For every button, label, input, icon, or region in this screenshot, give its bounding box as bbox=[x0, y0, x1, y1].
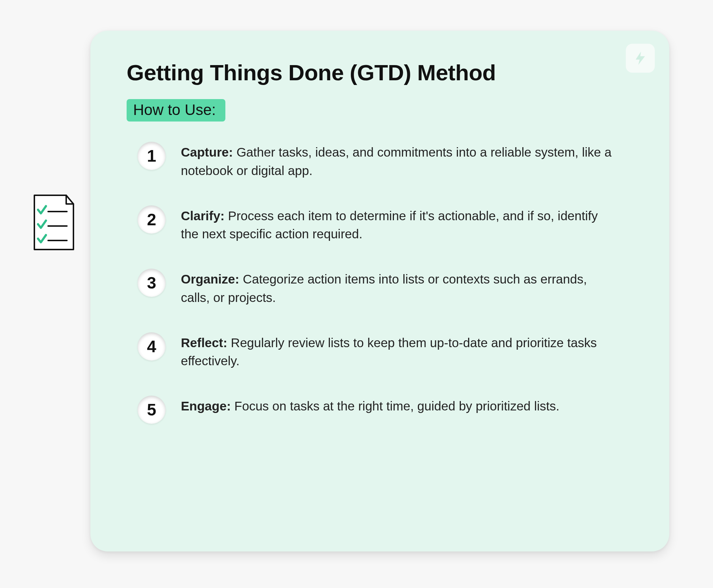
step-label: Engage: bbox=[181, 399, 231, 413]
step-number-badge: 3 bbox=[137, 269, 166, 297]
step-number-badge: 5 bbox=[137, 396, 166, 424]
step-text: Engage: Focus on tasks at the right time… bbox=[181, 397, 560, 416]
step-number-badge: 4 bbox=[137, 332, 166, 361]
step-description: Gather tasks, ideas, and commitments int… bbox=[181, 145, 611, 178]
checklist-icon bbox=[27, 192, 78, 253]
step-item: 2 Clarify: Process each item to determin… bbox=[137, 207, 637, 244]
card-subtitle: How to Use: bbox=[127, 99, 225, 122]
page-container: Getting Things Done (GTD) Method How to … bbox=[0, 0, 713, 588]
step-text: Reflect: Regularly review lists to keep … bbox=[181, 334, 615, 371]
step-label: Clarify: bbox=[181, 209, 225, 223]
card-title: Getting Things Done (GTD) Method bbox=[127, 60, 637, 85]
step-description: Focus on tasks at the right time, guided… bbox=[231, 399, 559, 413]
step-label: Capture: bbox=[181, 145, 233, 159]
step-number-badge: 1 bbox=[137, 142, 166, 170]
step-item: 3 Organize: Categorize action items into… bbox=[137, 270, 637, 307]
method-card: Getting Things Done (GTD) Method How to … bbox=[90, 31, 669, 551]
step-text: Clarify: Process each item to determine … bbox=[181, 207, 615, 244]
step-description: Categorize action items into lists or co… bbox=[181, 272, 587, 304]
step-number-badge: 2 bbox=[137, 205, 166, 234]
steps-list: 1 Capture: Gather tasks, ideas, and comm… bbox=[127, 143, 637, 424]
step-item: 5 Engage: Focus on tasks at the right ti… bbox=[137, 397, 637, 424]
step-item: 1 Capture: Gather tasks, ideas, and comm… bbox=[137, 143, 637, 180]
step-label: Organize: bbox=[181, 272, 239, 286]
step-description: Regularly review lists to keep them up-t… bbox=[181, 336, 597, 368]
step-label: Reflect: bbox=[181, 336, 227, 350]
step-text: Capture: Gather tasks, ideas, and commit… bbox=[181, 143, 615, 180]
step-item: 4 Reflect: Regularly review lists to kee… bbox=[137, 334, 637, 371]
step-description: Process each item to determine if it's a… bbox=[181, 209, 598, 241]
lightning-icon bbox=[626, 44, 655, 73]
step-text: Organize: Categorize action items into l… bbox=[181, 270, 615, 307]
